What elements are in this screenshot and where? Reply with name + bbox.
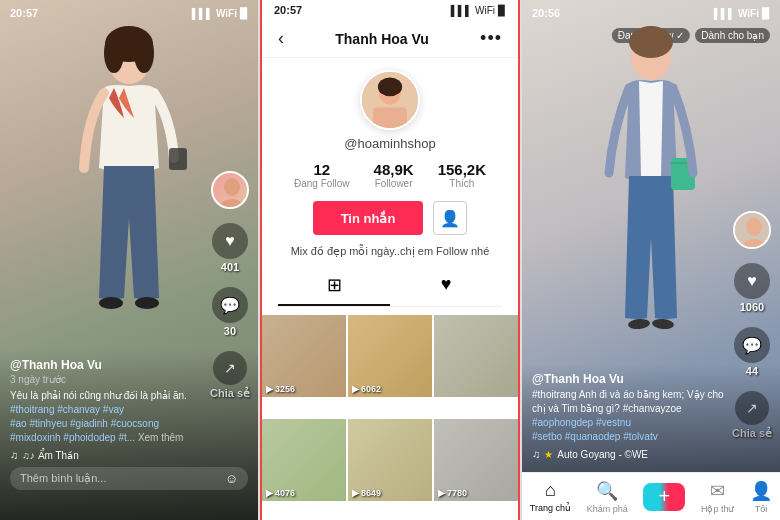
- left-status-icons: ▌▌▌ WiFi ▉: [192, 8, 248, 19]
- nav-create[interactable]: +: [643, 483, 685, 511]
- center-panel: 20:57 ▌▌▌ WiFi ▉ ‹ Thanh Hoa Vu ••• @hoa…: [260, 0, 520, 520]
- center-time: 20:57: [274, 4, 302, 16]
- stat-following-label: Đang Follow: [294, 178, 350, 189]
- grid-item-5[interactable]: ▶ 7780: [434, 419, 518, 501]
- bottom-nav: ⌂ Trang chủ 🔍 Khám phá + ✉ Hộp thư 👤 Tôi: [522, 472, 780, 520]
- left-caption: Yêu là phải nói cũng như đối là phải ăn.…: [10, 389, 248, 445]
- profile-icon: 👤: [750, 480, 772, 502]
- right-wifi-icon: WiFi: [738, 8, 759, 19]
- right-like-button[interactable]: ♥ 1060: [734, 263, 770, 313]
- comment-placeholder: Thêm bình luận...: [20, 472, 219, 485]
- stat-following-value: 12: [313, 161, 330, 178]
- right-caption-line1: #thoitrang Anh đi và áo bằng kem; Vậy ch…: [532, 389, 724, 400]
- right-panel: 20:56 ▌▌▌ WiFi ▉ Đang Follow ✓ Dành cho …: [520, 0, 780, 520]
- center-wifi-icon: WiFi: [475, 5, 495, 16]
- stat-likes: 156,2K Thích: [438, 161, 486, 189]
- grid-item-4[interactable]: ▶ 8649: [348, 419, 432, 501]
- right-caption: #thoitrang Anh đi và áo bằng kem; Vậy ch…: [532, 388, 770, 444]
- stat-followers-label: Follower: [375, 178, 413, 189]
- avatar-container: [211, 171, 249, 209]
- svg-point-8: [218, 199, 246, 209]
- grid-icon: ⊞: [327, 274, 342, 296]
- svg-point-19: [628, 318, 651, 330]
- caption-hashtags3: #mixdoxinh #phoidodep #t...: [10, 432, 135, 443]
- svg-point-11: [378, 78, 402, 97]
- right-caption-line4: #setbo #quanaodep #tolvatv: [532, 431, 658, 442]
- message-button[interactable]: Tin nhắn: [313, 201, 424, 235]
- stat-followers-value: 48,9K: [374, 161, 414, 178]
- profile-handle: @hoaminhshop: [344, 136, 435, 151]
- user-plus-icon: 👤: [440, 209, 460, 228]
- right-music-icon: ♫: [532, 448, 540, 460]
- right-music-bar: ♫ ★ Auto Goyang - ©WE: [532, 448, 770, 460]
- right-avatar: [733, 211, 771, 249]
- play-count-4: ▶ 8649: [352, 488, 381, 498]
- tab-row: ⊞ ♥: [278, 266, 502, 307]
- back-button[interactable]: ‹: [278, 28, 284, 49]
- svg-rect-6: [169, 148, 187, 170]
- music-bar: ♫ ♫♪ Ẩm Thần: [10, 449, 248, 461]
- emoji-icon[interactable]: ☺: [225, 471, 238, 486]
- grid-item-0[interactable]: ▶ 3256: [262, 315, 346, 397]
- tab-liked[interactable]: ♥: [390, 266, 502, 306]
- caption-hashtags2: #ao #tinhyeu #giadinh #cuocsong: [10, 418, 159, 429]
- wifi-icon: WiFi: [216, 8, 237, 19]
- svg-point-7: [224, 178, 240, 196]
- comment-icon: 💬: [212, 287, 248, 323]
- avatar-image: [362, 70, 418, 130]
- see-more-link[interactable]: Xem thêm: [138, 432, 184, 443]
- right-time: 20:56: [532, 7, 560, 19]
- svg-point-20: [652, 318, 675, 330]
- play-count-5: ▶ 7780: [438, 488, 467, 498]
- svg-point-5: [135, 297, 159, 309]
- play-count-3: ▶ 4076: [266, 488, 295, 498]
- grid-item-1[interactable]: ▶ 6062: [348, 315, 432, 397]
- left-time: 20:57: [10, 7, 38, 19]
- caption-hashtags1: #thoitrang #chanvay #vay: [10, 404, 124, 415]
- comment-count: 30: [224, 325, 236, 337]
- follow-icon-button[interactable]: 👤: [433, 201, 467, 235]
- right-signal-icon: ▌▌▌: [714, 8, 735, 19]
- like-count: 401: [221, 261, 239, 273]
- comment-input-bar[interactable]: Thêm bình luận... ☺: [10, 467, 248, 490]
- stat-followers: 48,9K Follower: [374, 161, 414, 189]
- svg-point-22: [746, 218, 762, 236]
- svg-rect-13: [373, 107, 407, 128]
- nav-explore[interactable]: 🔍 Khám phá: [587, 480, 628, 514]
- stat-likes-value: 156,2K: [438, 161, 486, 178]
- nav-explore-label: Khám phá: [587, 504, 628, 514]
- star-icon: ★: [544, 449, 553, 460]
- comment-button[interactable]: 💬 30: [212, 287, 248, 337]
- right-username: @Thanh Hoa Vu: [532, 372, 770, 386]
- nav-profile[interactable]: 👤 Tôi: [750, 480, 772, 514]
- nav-inbox-label: Hộp thư: [701, 504, 735, 514]
- play-count-1: ▶ 6062: [352, 384, 381, 394]
- center-nav: ‹ Thanh Hoa Vu •••: [262, 20, 518, 58]
- svg-point-4: [99, 297, 123, 309]
- right-like-count: 1060: [740, 301, 764, 313]
- right-figure: [581, 18, 721, 418]
- grid-item-3[interactable]: ▶ 4076: [262, 419, 346, 501]
- more-options-button[interactable]: •••: [480, 28, 502, 49]
- profile-avatar: [360, 70, 420, 130]
- svg-point-2: [104, 33, 124, 73]
- right-caption-line3: #aophongdep #vestnu: [532, 417, 631, 428]
- right-music-text: Auto Goyang - ©WE: [557, 449, 648, 460]
- stats-row: 12 Đang Follow 48,9K Follower 156,2K Thí…: [278, 161, 502, 189]
- inbox-icon: ✉: [710, 480, 725, 502]
- left-status-bar: 20:57 ▌▌▌ WiFi ▉: [0, 0, 258, 22]
- stat-likes-label: Thích: [449, 178, 474, 189]
- right-battery-icon: ▉: [762, 8, 770, 19]
- tab-grid[interactable]: ⊞: [278, 266, 390, 306]
- play-count-0: ▶ 3256: [266, 384, 295, 394]
- right-comment-icon: 💬: [734, 327, 770, 363]
- nav-home-label: Trang chủ: [530, 503, 571, 513]
- nav-inbox[interactable]: ✉ Hộp thư: [701, 480, 735, 514]
- like-button[interactable]: ♥ 401: [212, 223, 248, 273]
- nav-home[interactable]: ⌂ Trang chủ: [530, 480, 571, 513]
- liked-icon: ♥: [441, 274, 452, 298]
- home-icon: ⌂: [545, 480, 556, 501]
- grid-item-2[interactable]: [434, 315, 518, 397]
- right-caption-line2: chị và Tim bằng gì? #chanvayzoe: [532, 403, 682, 414]
- video-grid: ▶ 3256 ▶ 6062 ▶ 4076 ▶ 8649 ▶ 7780: [262, 315, 518, 520]
